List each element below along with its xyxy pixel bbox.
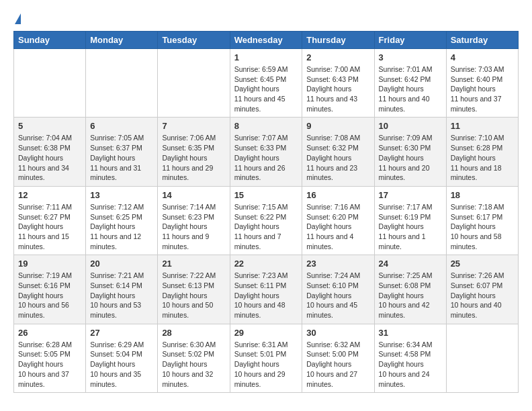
day-info: Sunrise: 7:03 AMSunset: 6:40 PMDaylight … (451, 64, 514, 113)
calendar-cell: 15Sunrise: 7:15 AMSunset: 6:22 PMDayligh… (230, 186, 302, 255)
day-number: 14 (162, 190, 225, 200)
calendar-cell: 27Sunrise: 6:29 AMSunset: 5:04 PMDayligh… (86, 324, 158, 392)
calendar-cell: 11Sunrise: 7:10 AMSunset: 6:28 PMDayligh… (446, 118, 518, 186)
day-number: 21 (162, 259, 225, 269)
calendar-cell: 17Sunrise: 7:17 AMSunset: 6:19 PMDayligh… (374, 186, 446, 255)
calendar-cell: 21Sunrise: 7:22 AMSunset: 6:13 PMDayligh… (158, 255, 230, 324)
day-number: 31 (379, 328, 442, 338)
day-info: Sunrise: 7:05 AMSunset: 6:37 PMDaylight … (90, 133, 153, 182)
day-number: 1 (234, 52, 298, 62)
day-number: 11 (451, 121, 514, 131)
day-info: Sunrise: 7:15 AMSunset: 6:22 PMDaylight … (234, 202, 298, 251)
calendar-cell: 6Sunrise: 7:05 AMSunset: 6:37 PMDaylight… (86, 118, 158, 186)
day-info: Sunrise: 7:17 AMSunset: 6:19 PMDaylight … (379, 202, 442, 251)
calendar-cell: 29Sunrise: 6:31 AMSunset: 5:01 PMDayligh… (230, 324, 302, 392)
day-info: Sunrise: 7:11 AMSunset: 6:27 PMDaylight … (18, 202, 81, 251)
calendar-cell: 23Sunrise: 7:24 AMSunset: 6:10 PMDayligh… (302, 255, 374, 324)
col-header-sunday: Sunday (14, 32, 86, 49)
calendar-cell: 26Sunrise: 6:28 AMSunset: 5:05 PMDayligh… (14, 324, 86, 392)
day-info: Sunrise: 7:09 AMSunset: 6:30 PMDaylight … (379, 133, 442, 182)
day-info: Sunrise: 7:19 AMSunset: 6:16 PMDaylight … (18, 271, 81, 320)
calendar-cell (158, 49, 230, 118)
calendar-cell: 9Sunrise: 7:08 AMSunset: 6:32 PMDaylight… (302, 118, 374, 186)
logo (13, 13, 21, 24)
calendar-cell: 2Sunrise: 7:00 AMSunset: 6:43 PMDaylight… (302, 49, 374, 118)
calendar-cell: 30Sunrise: 6:32 AMSunset: 5:00 PMDayligh… (302, 324, 374, 392)
col-header-saturday: Saturday (446, 32, 518, 49)
day-number: 16 (306, 190, 369, 200)
calendar-cell: 18Sunrise: 7:18 AMSunset: 6:17 PMDayligh… (446, 186, 518, 255)
calendar-week-row: 12Sunrise: 7:11 AMSunset: 6:27 PMDayligh… (14, 186, 519, 255)
calendar-cell: 7Sunrise: 7:06 AMSunset: 6:35 PMDaylight… (158, 118, 230, 186)
day-number: 27 (90, 328, 153, 338)
day-info: Sunrise: 7:24 AMSunset: 6:10 PMDaylight … (306, 271, 369, 320)
col-header-tuesday: Tuesday (158, 32, 230, 49)
calendar-cell (14, 49, 86, 118)
day-number: 30 (306, 328, 369, 338)
day-number: 2 (306, 52, 369, 62)
calendar-week-row: 26Sunrise: 6:28 AMSunset: 5:05 PMDayligh… (14, 324, 519, 392)
day-number: 26 (18, 328, 81, 338)
calendar-cell: 4Sunrise: 7:03 AMSunset: 6:40 PMDaylight… (446, 49, 518, 118)
calendar-cell: 20Sunrise: 7:21 AMSunset: 6:14 PMDayligh… (86, 255, 158, 324)
col-header-thursday: Thursday (302, 32, 374, 49)
day-number: 13 (90, 190, 153, 200)
calendar-week-row: 5Sunrise: 7:04 AMSunset: 6:38 PMDaylight… (14, 118, 519, 186)
calendar-cell: 13Sunrise: 7:12 AMSunset: 6:25 PMDayligh… (86, 186, 158, 255)
calendar-cell: 12Sunrise: 7:11 AMSunset: 6:27 PMDayligh… (14, 186, 86, 255)
calendar-cell: 3Sunrise: 7:01 AMSunset: 6:42 PMDaylight… (374, 49, 446, 118)
day-info: Sunrise: 7:21 AMSunset: 6:14 PMDaylight … (90, 271, 153, 320)
day-number: 15 (234, 190, 298, 200)
day-info: Sunrise: 7:00 AMSunset: 6:43 PMDaylight … (306, 64, 369, 113)
col-header-wednesday: Wednesday (230, 32, 302, 49)
day-info: Sunrise: 7:08 AMSunset: 6:32 PMDaylight … (306, 133, 369, 182)
calendar-cell: 14Sunrise: 7:14 AMSunset: 6:23 PMDayligh… (158, 186, 230, 255)
day-number: 22 (234, 259, 298, 269)
day-number: 7 (162, 121, 225, 131)
day-info: Sunrise: 7:16 AMSunset: 6:20 PMDaylight … (306, 202, 369, 251)
day-info: Sunrise: 7:23 AMSunset: 6:11 PMDaylight … (234, 271, 298, 320)
calendar-cell (86, 49, 158, 118)
day-info: Sunrise: 7:14 AMSunset: 6:23 PMDaylight … (162, 202, 225, 251)
day-number: 12 (18, 190, 81, 200)
day-info: Sunrise: 6:30 AMSunset: 5:02 PMDaylight … (162, 340, 225, 389)
page-header (13, 13, 519, 24)
day-number: 4 (451, 52, 514, 62)
day-info: Sunrise: 7:01 AMSunset: 6:42 PMDaylight … (379, 64, 442, 113)
day-info: Sunrise: 7:26 AMSunset: 6:07 PMDaylight … (451, 271, 514, 320)
day-number: 24 (379, 259, 442, 269)
calendar-cell: 24Sunrise: 7:25 AMSunset: 6:08 PMDayligh… (374, 255, 446, 324)
day-number: 19 (18, 259, 81, 269)
day-info: Sunrise: 6:34 AMSunset: 4:58 PMDaylight … (379, 340, 442, 389)
day-info: Sunrise: 7:10 AMSunset: 6:28 PMDaylight … (451, 133, 514, 182)
calendar-cell: 1Sunrise: 6:59 AMSunset: 6:45 PMDaylight… (230, 49, 302, 118)
logo-triangle-icon (15, 13, 21, 24)
calendar-cell: 25Sunrise: 7:26 AMSunset: 6:07 PMDayligh… (446, 255, 518, 324)
day-number: 20 (90, 259, 153, 269)
calendar-cell: 31Sunrise: 6:34 AMSunset: 4:58 PMDayligh… (374, 324, 446, 392)
calendar-cell: 16Sunrise: 7:16 AMSunset: 6:20 PMDayligh… (302, 186, 374, 255)
day-info: Sunrise: 6:31 AMSunset: 5:01 PMDaylight … (234, 340, 298, 389)
day-info: Sunrise: 6:32 AMSunset: 5:00 PMDaylight … (306, 340, 369, 389)
day-info: Sunrise: 7:04 AMSunset: 6:38 PMDaylight … (18, 133, 81, 182)
day-number: 28 (162, 328, 225, 338)
day-info: Sunrise: 7:18 AMSunset: 6:17 PMDaylight … (451, 202, 514, 251)
calendar-cell (446, 324, 518, 392)
day-number: 6 (90, 121, 153, 131)
calendar-header-row: SundayMondayTuesdayWednesdayThursdayFrid… (14, 32, 519, 49)
day-number: 17 (379, 190, 442, 200)
calendar-cell: 28Sunrise: 6:30 AMSunset: 5:02 PMDayligh… (158, 324, 230, 392)
calendar-week-row: 19Sunrise: 7:19 AMSunset: 6:16 PMDayligh… (14, 255, 519, 324)
day-info: Sunrise: 7:07 AMSunset: 6:33 PMDaylight … (234, 133, 298, 182)
day-number: 29 (234, 328, 298, 338)
calendar-cell: 19Sunrise: 7:19 AMSunset: 6:16 PMDayligh… (14, 255, 86, 324)
day-info: Sunrise: 7:22 AMSunset: 6:13 PMDaylight … (162, 271, 225, 320)
day-info: Sunrise: 7:12 AMSunset: 6:25 PMDaylight … (90, 202, 153, 251)
day-info: Sunrise: 7:25 AMSunset: 6:08 PMDaylight … (379, 271, 442, 320)
col-header-friday: Friday (374, 32, 446, 49)
day-number: 3 (379, 52, 442, 62)
calendar-cell: 8Sunrise: 7:07 AMSunset: 6:33 PMDaylight… (230, 118, 302, 186)
calendar-week-row: 1Sunrise: 6:59 AMSunset: 6:45 PMDaylight… (14, 49, 519, 118)
calendar-cell: 22Sunrise: 7:23 AMSunset: 6:11 PMDayligh… (230, 255, 302, 324)
day-number: 18 (451, 190, 514, 200)
